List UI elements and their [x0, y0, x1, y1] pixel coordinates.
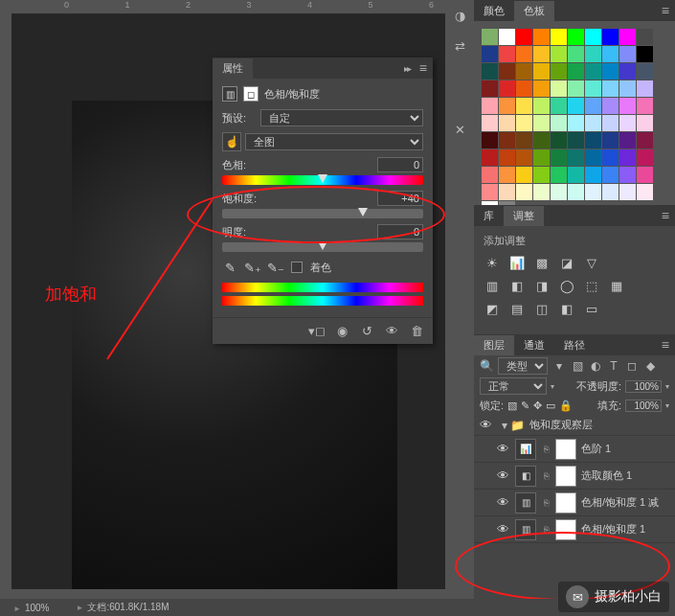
- panel-menu-icon[interactable]: ≡: [656, 3, 675, 18]
- swatch[interactable]: [602, 63, 619, 80]
- photo-filter-icon[interactable]: ◯: [558, 277, 575, 294]
- swatch[interactable]: [585, 29, 601, 45]
- swatch[interactable]: [585, 46, 601, 62]
- swatch[interactable]: [499, 63, 515, 80]
- curves-icon[interactable]: ▩: [533, 254, 551, 271]
- swatch[interactable]: [533, 149, 550, 166]
- swatch[interactable]: [499, 98, 515, 114]
- swatch[interactable]: [619, 115, 636, 131]
- filter-shape-icon[interactable]: ◻: [625, 359, 639, 373]
- swatch[interactable]: [533, 132, 550, 148]
- view-prev-icon[interactable]: ◉: [333, 324, 350, 338]
- swatch[interactable]: [602, 29, 619, 45]
- fill-input[interactable]: [625, 399, 662, 412]
- levels-icon[interactable]: 📊: [508, 254, 526, 271]
- swatch[interactable]: [533, 98, 550, 114]
- swatch[interactable]: [637, 63, 653, 80]
- swatch[interactable]: [568, 115, 584, 131]
- layer-row[interactable]: 👁📊⎘色阶 1: [474, 436, 675, 463]
- swatch[interactable]: [551, 132, 567, 148]
- swatch[interactable]: [516, 63, 532, 80]
- swatch[interactable]: [499, 29, 515, 45]
- swatch[interactable]: [551, 149, 567, 166]
- lock-pixels-icon[interactable]: ▧: [507, 399, 517, 412]
- swatch[interactable]: [551, 184, 567, 200]
- swatch[interactable]: [482, 80, 498, 97]
- swatch[interactable]: [533, 184, 550, 200]
- swatch[interactable]: [551, 115, 567, 131]
- swatch[interactable]: [585, 184, 601, 200]
- swatch[interactable]: [533, 46, 550, 62]
- filter-pixel-icon[interactable]: ▧: [571, 359, 584, 373]
- swatch[interactable]: [533, 80, 550, 97]
- color-balance-icon[interactable]: ◧: [508, 277, 526, 294]
- mask-thumb[interactable]: [555, 519, 576, 540]
- swatch[interactable]: [499, 46, 515, 62]
- folder-toggle-icon[interactable]: ▾ 📁: [502, 419, 525, 432]
- swatch[interactable]: [551, 98, 567, 114]
- swatch[interactable]: [637, 149, 653, 166]
- swatch[interactable]: [602, 132, 619, 148]
- tool-icon[interactable]: ⇄: [449, 35, 470, 57]
- brightness-icon[interactable]: ☀: [484, 254, 501, 271]
- layer-row[interactable]: 👁◧⎘选取颜色 1: [474, 463, 675, 490]
- swatch[interactable]: [551, 80, 567, 97]
- swatch[interactable]: [619, 184, 636, 200]
- swatch[interactable]: [533, 167, 550, 183]
- swatch[interactable]: [585, 115, 601, 131]
- swatch[interactable]: [482, 63, 498, 80]
- swatch[interactable]: [637, 115, 653, 131]
- preset-select[interactable]: 自定: [260, 109, 423, 126]
- swatch[interactable]: [499, 167, 515, 183]
- swatch[interactable]: [619, 167, 636, 183]
- swatch[interactable]: [619, 29, 636, 45]
- swatch[interactable]: [637, 80, 653, 97]
- swatch[interactable]: [568, 149, 584, 166]
- swatch[interactable]: [585, 63, 601, 80]
- lock-brush-icon[interactable]: ✎: [521, 399, 529, 412]
- hue-sat-icon[interactable]: ▥: [484, 277, 501, 294]
- tab-swatches[interactable]: 色板: [514, 1, 554, 21]
- swatch[interactable]: [499, 80, 515, 97]
- blend-mode-select[interactable]: 正常: [480, 377, 547, 395]
- swatch[interactable]: [516, 149, 532, 166]
- tab-layers[interactable]: 图层: [474, 335, 514, 355]
- swatch[interactable]: [637, 29, 653, 45]
- lightness-input[interactable]: [377, 224, 423, 240]
- swatch[interactable]: [499, 115, 515, 131]
- swatch[interactable]: [551, 167, 567, 183]
- lock-artb-icon[interactable]: ▭: [546, 399, 555, 412]
- colorize-checkbox[interactable]: [291, 262, 303, 273]
- eyedropper-add-icon[interactable]: ✎₊: [245, 260, 260, 275]
- swatch[interactable]: [482, 184, 498, 200]
- swatch[interactable]: [568, 29, 584, 45]
- swatch[interactable]: [551, 29, 567, 45]
- swatch[interactable]: [516, 29, 532, 45]
- swatch[interactable]: [499, 149, 515, 166]
- panel-menu-icon[interactable]: ≡: [414, 60, 433, 76]
- selective-icon[interactable]: ◧: [558, 300, 575, 317]
- swatch[interactable]: [568, 184, 584, 200]
- swatch[interactable]: [533, 63, 550, 80]
- swatch[interactable]: [602, 98, 619, 114]
- hue-slider[interactable]: [222, 175, 423, 185]
- swatch[interactable]: [568, 80, 584, 97]
- visibility-icon[interactable]: 👁: [497, 495, 510, 510]
- lock-all-icon[interactable]: 🔒: [559, 399, 573, 412]
- layer-name[interactable]: 选取颜色 1: [581, 468, 632, 483]
- filter-icon[interactable]: 🔍: [480, 359, 493, 373]
- tab-library[interactable]: 库: [474, 206, 504, 226]
- swatch[interactable]: [637, 98, 653, 114]
- layer-name[interactable]: 色阶 1: [581, 442, 611, 456]
- visibility-icon[interactable]: 👁: [497, 442, 510, 456]
- swatch[interactable]: [516, 115, 532, 131]
- visibility-icon[interactable]: 👁: [497, 468, 510, 483]
- visibility-icon[interactable]: 👁: [497, 522, 510, 536]
- filter-smart-icon[interactable]: ◆: [643, 359, 657, 373]
- close-panel-icon[interactable]: ✕: [449, 119, 470, 140]
- tool-icon[interactable]: ◑: [449, 5, 470, 26]
- swatch[interactable]: [637, 167, 653, 183]
- toggle-visibility-icon[interactable]: 👁: [383, 324, 400, 338]
- swatch[interactable]: [585, 80, 601, 97]
- swatch[interactable]: [516, 98, 532, 114]
